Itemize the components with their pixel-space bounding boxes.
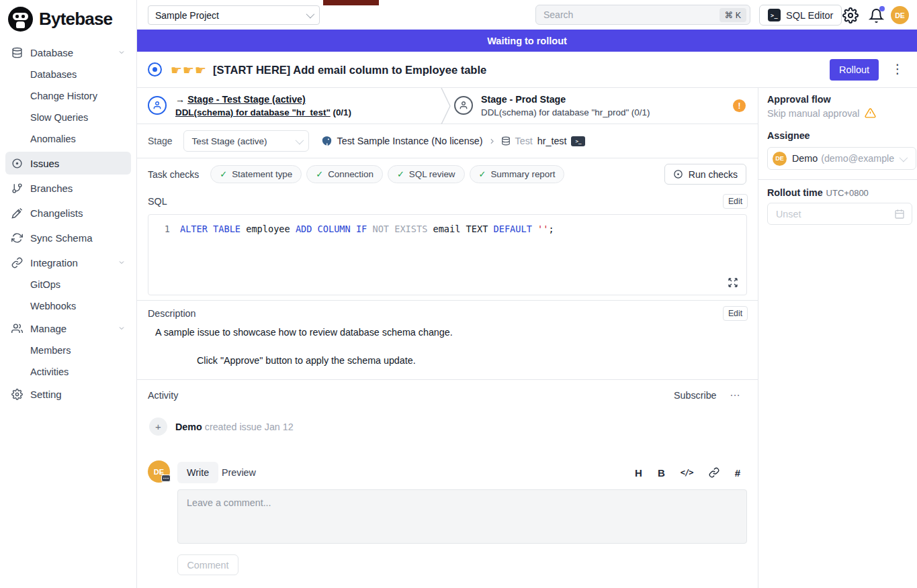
sidebar-item-setting[interactable]: Setting (5, 383, 131, 405)
more-actions-icon[interactable]: … (730, 387, 741, 399)
link-format-icon[interactable] (709, 467, 719, 478)
open-in-sql-editor-icon[interactable]: >_ (571, 136, 585, 146)
task-check-badge[interactable]: ✓ Summary report (470, 165, 565, 183)
instance-link[interactable]: Test Sample Instance (No license) (337, 136, 483, 146)
warning-triangle-icon (865, 107, 876, 119)
stage-task-link[interactable]: DDL(schema) for database "hr_test" (175, 107, 331, 117)
gear-icon (11, 389, 24, 400)
chevron-down-icon (306, 10, 315, 19)
task-check-badge[interactable]: ✓ SQL review (388, 165, 465, 183)
project-select[interactable]: Sample Project (148, 5, 320, 25)
kebab-menu-icon[interactable]: ⋮ (889, 61, 906, 77)
calendar-icon (894, 209, 905, 219)
description-edit-button[interactable]: Edit (723, 306, 748, 321)
stage-person-icon-active (148, 96, 167, 115)
heading-format-icon[interactable]: H (635, 467, 642, 479)
sidebar-item-integration[interactable]: Integration (5, 251, 131, 274)
sql-editor-button[interactable]: >_ SQL Editor (759, 5, 842, 26)
stage-label: Stage (148, 136, 173, 146)
stage-select-value: Test Stage (active) (192, 136, 267, 146)
sidebar-item-databases[interactable]: Databases (5, 64, 131, 85)
rollout-button[interactable]: Rollout (830, 59, 879, 81)
run-checks-button[interactable]: Run checks (664, 164, 746, 185)
search-shortcut-badge: ⌘ K (719, 8, 746, 22)
stage-select[interactable]: Test Stage (active) (183, 130, 309, 152)
bytebase-logo[interactable]: Bytebase (0, 0, 136, 37)
attention-badge: ! (733, 99, 746, 112)
expand-icon[interactable] (728, 277, 738, 288)
sidebar-item-anomalies[interactable]: Anomalies (5, 128, 131, 150)
sidebar-item-changelists[interactable]: Changelists (5, 201, 131, 224)
sql-code-block: 1 ALTER TABLE employee ADD COLUMN IF NOT… (148, 214, 747, 295)
sidebar-item-members[interactable]: Members (5, 340, 131, 361)
notification-bell-icon[interactable] (867, 6, 885, 25)
chat-bubble-badge-icon (161, 475, 171, 482)
stage-card-test[interactable]: → Stage - Test Stage (active) DDL(schema… (175, 93, 351, 119)
stage-title[interactable]: Stage - Test Stage (active) (187, 94, 306, 105)
sidebar-item-slow-queries[interactable]: Slow Queries (5, 107, 131, 128)
sidebar-item-webhooks[interactable]: Webhooks (5, 295, 131, 317)
assignee-select[interactable]: DE Demo (demo@example (767, 147, 916, 170)
comment-input[interactable] (177, 489, 747, 544)
pipeline-separator (440, 88, 452, 124)
settings-gear-icon[interactable] (841, 6, 860, 25)
bold-format-icon[interactable]: B (658, 467, 665, 479)
sidebar-item-issues[interactable]: Issues (5, 152, 131, 175)
stage-card-prod[interactable]: Stage - Prod Stage DDL(schema) for datab… (481, 93, 650, 119)
sidebar-item-gitops[interactable]: GitOps (5, 274, 131, 295)
status-banner: Waiting to rollout (137, 30, 917, 52)
brand-name: Bytebase (39, 9, 112, 30)
hash-format-icon[interactable]: # (735, 467, 740, 479)
database-icon (11, 47, 24, 58)
tab-write[interactable]: Write (177, 462, 218, 483)
user-avatar[interactable]: DE (891, 6, 909, 24)
task-check-label: SQL review (409, 169, 455, 179)
stage-title[interactable]: Stage - Prod Stage (481, 93, 650, 106)
terminal-icon: >_ (768, 9, 781, 21)
sidebar-item-label: Sync Schema (30, 232, 126, 244)
chevron-down-icon (295, 136, 304, 144)
plus-icon: + (149, 418, 167, 436)
sidebar-item-change-history[interactable]: Change History (5, 85, 131, 107)
target-icon (673, 169, 683, 179)
chevron-down-icon (900, 153, 908, 162)
sql-edit-button[interactable]: Edit (723, 194, 748, 209)
sidebar-item-branches[interactable]: Branches (5, 177, 131, 199)
issue-title: [START HERE] Add email column to Employe… (213, 64, 486, 77)
code-format-icon[interactable]: </> (681, 468, 693, 477)
sidebar-item-activities[interactable]: Activities (5, 361, 131, 383)
database-link[interactable]: hr_test (537, 136, 567, 146)
rollout-time-heading: Rollout timeUTC+0800 (767, 187, 869, 198)
stage-task-count: (0/1) (331, 107, 351, 117)
recording-indicator (323, 0, 379, 5)
assignee-heading: Assignee (767, 130, 810, 141)
run-checks-label: Run checks (689, 169, 738, 180)
check-icon: ✓ (397, 169, 404, 179)
subscribe-button[interactable]: Subscribe (674, 390, 717, 401)
sidebar-item-sync-schema[interactable]: Sync Schema (5, 226, 131, 249)
tab-preview[interactable]: Preview (222, 467, 256, 478)
task-check-label: Connection (328, 169, 374, 179)
assignee-email: (demo@example (821, 153, 894, 164)
sync-icon (11, 232, 24, 244)
sidebar-item-database[interactable]: Database (5, 41, 131, 64)
search-box[interactable]: ⌘ K (535, 5, 750, 25)
issue-header: ☛☛☛ [START HERE] Add email column to Emp… (137, 52, 917, 88)
sidebar-item-label: Database (30, 47, 111, 58)
comment-button[interactable]: Comment (177, 554, 238, 575)
sidebar-item-manage[interactable]: Manage (5, 317, 131, 340)
sql-code-text: ALTER TABLE employee ADD COLUMN IF NOT E… (180, 224, 554, 234)
sidebar-item-label: Branches (30, 183, 126, 194)
search-input[interactable] (543, 9, 719, 20)
postgres-elephant-icon (321, 136, 333, 147)
notification-dot (879, 6, 885, 11)
divider (137, 379, 758, 380)
task-check-badge[interactable]: ✓ Connection (306, 165, 383, 183)
arrow-right-icon: → (175, 94, 185, 105)
rollout-time-input[interactable]: Unset (767, 203, 912, 225)
divider (137, 300, 758, 301)
approval-flow-heading: Approval flow (767, 94, 831, 105)
sidebar-item-label: Changelists (30, 207, 126, 219)
task-check-badge[interactable]: ✓ Statement type (210, 165, 302, 183)
issue-status-icon (148, 62, 162, 77)
